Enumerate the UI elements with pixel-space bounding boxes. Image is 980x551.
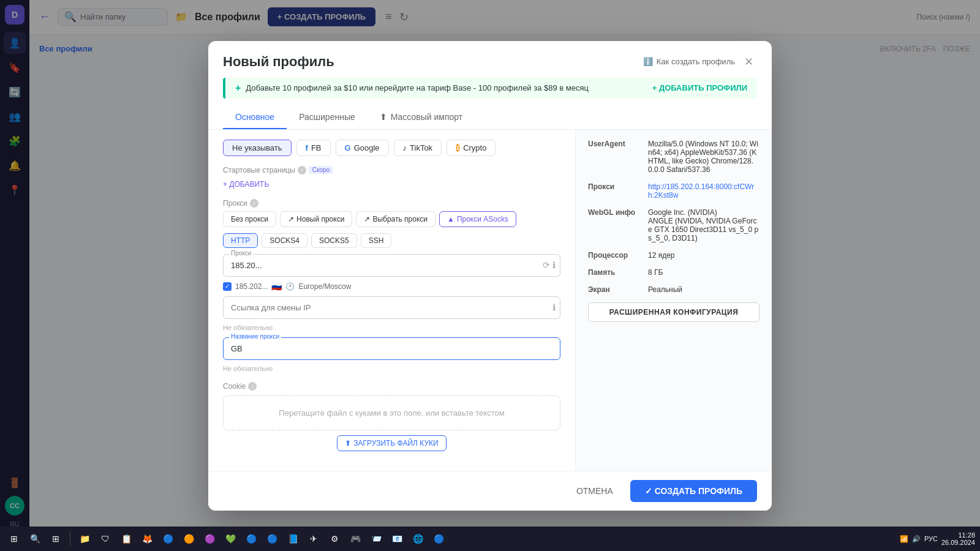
upload-cookie-label: ЗАГРУЗИТЬ ФАЙЛ КУКИ bbox=[353, 439, 438, 448]
cookie-label: Cookie i bbox=[223, 382, 560, 391]
proxy-ip-text: 185.202... bbox=[235, 282, 268, 291]
taskbar-lang: РУС bbox=[924, 535, 938, 542]
taskbar-app8[interactable]: 🎮 bbox=[346, 530, 364, 548]
taskbar-store[interactable]: 📋 bbox=[117, 530, 135, 548]
taskbar-chrome[interactable]: 🟠 bbox=[179, 530, 198, 548]
taskbar-right: 📶 🔊 РУС 11:28 26.09.2024 bbox=[900, 531, 975, 546]
ram-key: Память bbox=[588, 268, 643, 277]
proxy-info-icon[interactable]: i bbox=[250, 199, 258, 208]
proxy-btn-asocks-label: Прокси ASocks bbox=[457, 215, 508, 223]
clock-icon: 🕐 bbox=[285, 282, 295, 291]
taskbar-multitask[interactable]: ⊞ bbox=[47, 530, 65, 548]
promo-bar: + Добавьте 10 профилей за $10 или перейд… bbox=[223, 78, 757, 99]
new-profile-modal: Новый профиль ℹ️ Как создать профиль ✕ +… bbox=[208, 41, 772, 511]
proxy-btn-none[interactable]: Без прокси bbox=[223, 211, 276, 227]
promo-plus-icon: + bbox=[235, 83, 241, 94]
help-text: Как создать профиль bbox=[657, 57, 735, 66]
source-btn-crypto[interactable]: ₿ Crypto bbox=[447, 140, 496, 156]
source-btn-google[interactable]: G Google bbox=[336, 140, 389, 156]
promo-text: Добавьте 10 профилей за $10 или перейдит… bbox=[246, 83, 589, 92]
proxy-refresh-icon[interactable]: ⟳ bbox=[543, 260, 550, 270]
proxy-name-optional: Не обязательно bbox=[223, 365, 560, 372]
source-btn-google-label: Google bbox=[354, 143, 380, 152]
ip-change-input-group: ℹ bbox=[223, 296, 560, 319]
cancel-button[interactable]: ОТМЕНА bbox=[567, 481, 623, 501]
add-profiles-button[interactable]: + ДОБАВИТЬ ПРОФИЛИ bbox=[652, 83, 747, 92]
start-pages-info-icon[interactable]: i bbox=[298, 166, 306, 174]
modal-overlay: Новый профиль ℹ️ Как создать профиль ✕ +… bbox=[0, 0, 980, 551]
proxy-section: Прокси i Без прокси ↗ Новый прокси ↗ Выб… bbox=[223, 199, 560, 372]
taskbar-app1[interactable]: 🟣 bbox=[200, 530, 219, 548]
taskbar-defender[interactable]: 🛡 bbox=[96, 530, 115, 548]
webgl-val2: ANGLE (NVIDIA, NVIDIA GeForce GTX 1650 D… bbox=[648, 217, 758, 242]
crypto-icon: ₿ bbox=[456, 143, 460, 152]
proxy-btn-new[interactable]: ↗ Новый прокси bbox=[280, 211, 352, 227]
tiktok-icon: ♪ bbox=[403, 143, 407, 152]
ip-change-info-icon[interactable]: ℹ bbox=[552, 302, 556, 312]
proxy-info-btn[interactable]: ℹ bbox=[552, 260, 556, 270]
help-link[interactable]: ℹ️ Как создать профиль bbox=[643, 57, 735, 66]
proto-socks4[interactable]: SOCKS4 bbox=[262, 233, 307, 248]
taskbar-app7[interactable]: ⚙ bbox=[325, 530, 344, 548]
ip-change-optional: Не обязательно bbox=[223, 324, 560, 331]
proto-socks5[interactable]: SOCKS5 bbox=[311, 233, 357, 248]
useragent-key: UserAgent bbox=[588, 140, 643, 174]
taskbar-app3[interactable]: 🔵 bbox=[242, 530, 260, 548]
taskbar-app9[interactable]: 📨 bbox=[367, 530, 385, 548]
proxy-btn-asocks[interactable]: ▲ Прокси ASocks bbox=[439, 211, 516, 227]
proxy-btn-select[interactable]: ↗ Выбрать прокси bbox=[356, 211, 435, 227]
proxy-checkbox[interactable]: ✓ bbox=[223, 282, 232, 291]
useragent-val: Mozilla/5.0 (Windows NT 10.0; Win64; x64… bbox=[648, 140, 760, 174]
cookie-info-icon[interactable]: i bbox=[248, 382, 257, 391]
taskbar-app5[interactable]: 📘 bbox=[284, 530, 302, 548]
fb-icon: f bbox=[306, 143, 308, 152]
taskbar-explorer[interactable]: 📁 bbox=[75, 530, 94, 548]
tab-advanced[interactable]: Расширенные bbox=[287, 106, 368, 129]
cookie-drop-zone[interactable]: Перетащите файл с куками в это поле, или… bbox=[223, 395, 560, 430]
taskbar-app6[interactable]: ✈ bbox=[304, 530, 323, 548]
proto-http[interactable]: HTTP bbox=[223, 233, 258, 248]
proxy-btn-select-label: Выбрать прокси bbox=[372, 215, 428, 223]
taskbar-app11[interactable]: 🌐 bbox=[409, 530, 427, 548]
taskbar-search[interactable]: 🔍 bbox=[26, 530, 44, 548]
ram-row: Память 8 ГБ bbox=[588, 268, 760, 277]
taskbar-start[interactable]: ⊞ bbox=[5, 530, 23, 548]
start-pages-label: Стартовые страницы i Скоро bbox=[223, 166, 560, 174]
source-btn-tiktok[interactable]: ♪ TikTok bbox=[394, 140, 442, 156]
taskbar-app12[interactable]: 🔵 bbox=[429, 530, 448, 548]
add-start-page-link[interactable]: + ДОБАВИТЬ bbox=[223, 180, 269, 189]
proxy-display-key: Прокси bbox=[588, 182, 643, 200]
proxy-name-input-group: Название прокси bbox=[223, 337, 560, 360]
taskbar-app4[interactable]: 🔵 bbox=[263, 530, 281, 548]
ip-change-input[interactable] bbox=[223, 296, 560, 319]
taskbar-edge[interactable]: 🔵 bbox=[159, 530, 177, 548]
source-buttons: Не указывать f FB G Google ♪ TikTok ₿ bbox=[223, 140, 560, 156]
proxy-flag: 🇷🇺 bbox=[271, 282, 282, 291]
taskbar-app2[interactable]: 💚 bbox=[221, 530, 239, 548]
proxy-input[interactable] bbox=[223, 254, 560, 277]
source-btn-none[interactable]: Не указывать bbox=[223, 140, 292, 156]
select-proxy-icon: ↗ bbox=[364, 215, 370, 223]
promo-left: + Добавьте 10 профилей за $10 или перейд… bbox=[235, 83, 589, 94]
modal-close-button[interactable]: ✕ bbox=[740, 53, 757, 70]
start-pages-section: Стартовые страницы i Скоро + ДОБАВИТЬ bbox=[223, 166, 560, 189]
source-btn-fb[interactable]: f FB bbox=[296, 140, 331, 156]
webgl-row: WebGL инфо Google Inc. (NVIDIA) ANGLE (N… bbox=[588, 208, 760, 242]
submit-button[interactable]: ✓ СОЗДАТЬ ПРОФИЛЬ bbox=[630, 480, 757, 502]
proto-ssh[interactable]: SSH bbox=[361, 233, 392, 248]
cpu-row: Процессор 12 ядер bbox=[588, 251, 760, 260]
taskbar-firefox[interactable]: 🦊 bbox=[138, 530, 156, 548]
upload-cookie-button[interactable]: ⬆ ЗАГРУЗИТЬ ФАЙЛ КУКИ bbox=[337, 435, 446, 451]
tab-basic[interactable]: Основное bbox=[223, 106, 287, 129]
proxy-name-input[interactable] bbox=[223, 337, 560, 360]
screen-val: Реальный bbox=[648, 285, 682, 294]
taskbar-separator bbox=[70, 531, 70, 546]
useragent-row: UserAgent Mozilla/5.0 (Windows NT 10.0; … bbox=[588, 140, 760, 174]
source-btn-fb-label: FB bbox=[311, 143, 322, 152]
screen-row: Экран Реальный bbox=[588, 285, 760, 294]
webgl-key: WebGL инфо bbox=[588, 208, 643, 242]
tab-mass-import[interactable]: ⬆ Массовый импорт bbox=[368, 106, 475, 129]
taskbar-app10[interactable]: 📧 bbox=[388, 530, 406, 548]
extended-config-button[interactable]: РАСШИРЕННАЯ КОНФИГУРАЦИЯ bbox=[588, 302, 760, 322]
taskbar-time: 11:28 26.09.2024 bbox=[941, 531, 975, 546]
